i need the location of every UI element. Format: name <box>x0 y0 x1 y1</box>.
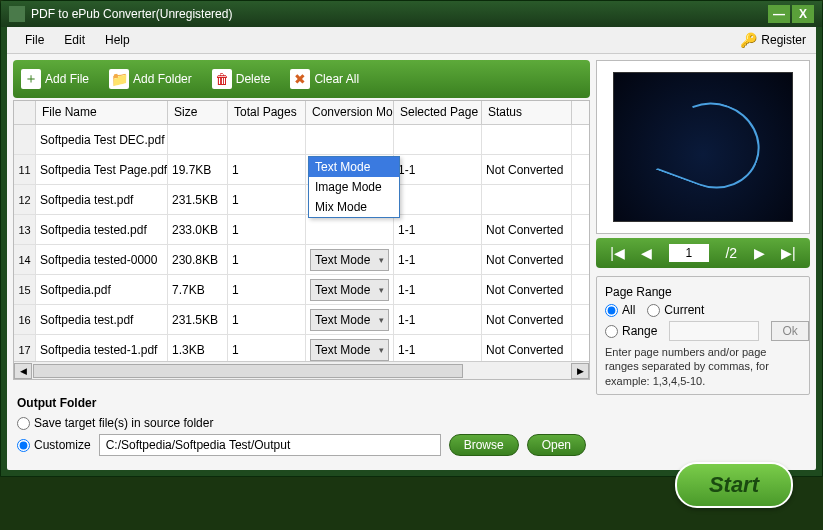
cell-index: 15 <box>14 275 36 304</box>
cell-selpage: 1-1 <box>394 305 482 334</box>
cell-mode: Text Mode▾ <box>306 335 394 364</box>
cell-status <box>482 125 572 154</box>
page-range-legend: Page Range <box>605 285 672 299</box>
horizontal-scrollbar[interactable]: ◀ ▶ <box>14 361 589 379</box>
range-ok-button[interactable]: Ok <box>771 321 808 341</box>
menu-help[interactable]: Help <box>95 31 140 49</box>
cell-size: 1.3KB <box>168 335 228 364</box>
scroll-right-button[interactable]: ▶ <box>571 363 589 379</box>
save-source-radio[interactable] <box>17 417 30 430</box>
cell-pages: 1 <box>228 305 306 334</box>
table-row[interactable]: 14Softpedia tested-0000230.8KB1Text Mode… <box>14 245 589 275</box>
table-row[interactable]: 13Softpedia tested.pdf233.0KB11-1Not Con… <box>14 215 589 245</box>
cell-filename: Softpedia test.pdf <box>36 185 168 214</box>
range-all-option[interactable]: All <box>605 303 635 317</box>
cell-index: 11 <box>14 155 36 184</box>
scroll-thumb[interactable] <box>33 364 463 378</box>
cell-selpage: 1-1 <box>394 155 482 184</box>
menu-file[interactable]: File <box>15 31 54 49</box>
cell-selpage <box>394 125 482 154</box>
prev-page-button[interactable]: ◀ <box>641 245 652 261</box>
col-size[interactable]: Size <box>168 101 228 124</box>
cell-size: 7.7KB <box>168 275 228 304</box>
delete-button[interactable]: 🗑 Delete <box>212 69 271 89</box>
start-button[interactable]: Start <box>675 462 793 508</box>
add-file-icon: ＋ <box>21 69 41 89</box>
cell-status <box>482 185 572 214</box>
cell-selpage: 1-1 <box>394 335 482 364</box>
cell-index <box>14 125 36 154</box>
mode-select[interactable]: Text Mode▾ <box>310 279 389 301</box>
cell-pages: 1 <box>228 245 306 274</box>
delete-icon: 🗑 <box>212 69 232 89</box>
clear-all-button[interactable]: ✖ Clear All <box>290 69 359 89</box>
save-source-label: Save target file(s) in source folder <box>34 416 213 430</box>
range-custom-option[interactable]: Range <box>605 324 657 338</box>
open-button[interactable]: Open <box>527 434 586 456</box>
dropdown-mix-mode[interactable]: Mix Mode <box>309 197 399 217</box>
customize-radio[interactable] <box>17 439 30 452</box>
dropdown-text-mode[interactable]: Text Mode <box>309 157 399 177</box>
mode-select[interactable]: Text Mode▾ <box>310 249 389 271</box>
col-conversion-mode[interactable]: Conversion Mode <box>306 101 394 124</box>
delete-label: Delete <box>236 72 271 86</box>
preview-panel <box>596 60 810 234</box>
dropdown-image-mode[interactable]: Image Mode <box>309 177 399 197</box>
cell-status: Not Converted <box>482 275 572 304</box>
next-page-button[interactable]: ▶ <box>754 245 765 261</box>
minimize-button[interactable]: — <box>768 5 790 23</box>
page-input[interactable] <box>669 244 709 262</box>
preview-image <box>613 72 793 222</box>
add-file-button[interactable]: ＋ Add File <box>21 69 89 89</box>
last-page-button[interactable]: ▶| <box>781 245 796 261</box>
cell-size: 231.5KB <box>168 305 228 334</box>
first-page-button[interactable]: |◀ <box>610 245 625 261</box>
save-source-option[interactable]: Save target file(s) in source folder <box>17 416 213 430</box>
cell-index: 12 <box>14 185 36 214</box>
col-filename[interactable]: File Name <box>36 101 168 124</box>
clear-all-icon: ✖ <box>290 69 310 89</box>
page-total: /2 <box>725 245 737 261</box>
add-folder-button[interactable]: 📁 Add Folder <box>109 69 192 89</box>
range-current-option[interactable]: Current <box>647 303 704 317</box>
key-icon: 🔑 <box>740 32 757 48</box>
col-total-pages[interactable]: Total Pages <box>228 101 306 124</box>
register-label: Register <box>761 33 806 47</box>
table-row[interactable]: 15Softpedia.pdf7.7KB1Text Mode▾1-1Not Co… <box>14 275 589 305</box>
scroll-left-button[interactable]: ◀ <box>14 363 32 379</box>
cell-pages <box>228 125 306 154</box>
browse-button[interactable]: Browse <box>449 434 519 456</box>
col-index[interactable] <box>14 101 36 124</box>
mode-select[interactable]: Text Mode▾ <box>310 309 389 331</box>
register-link[interactable]: 🔑 Register <box>740 32 806 48</box>
range-all-radio[interactable] <box>605 304 618 317</box>
menu-edit[interactable]: Edit <box>54 31 95 49</box>
cell-status: Not Converted <box>482 245 572 274</box>
mode-select[interactable]: Text Mode▾ <box>310 339 389 361</box>
col-selected-page[interactable]: Selected Page <box>394 101 482 124</box>
add-file-label: Add File <box>45 72 89 86</box>
cell-filename: Softpedia test.pdf <box>36 305 168 334</box>
cell-mode: Text Mode▾ <box>306 245 394 274</box>
table-row[interactable]: 11Softpedia Test Page.pdf19.7KB1Text Mod… <box>14 155 589 185</box>
cell-filename: Softpedia tested.pdf <box>36 215 168 244</box>
cell-filename: Softpedia Test DEC.pdf <box>36 125 168 154</box>
col-status[interactable]: Status <box>482 101 572 124</box>
table-row[interactable]: 16Softpedia test.pdf231.5KB1Text Mode▾1-… <box>14 305 589 335</box>
range-custom-radio[interactable] <box>605 325 618 338</box>
app-icon <box>9 6 25 22</box>
cell-status: Not Converted <box>482 155 572 184</box>
mode-dropdown[interactable]: Text Mode Image Mode Mix Mode <box>308 156 400 218</box>
close-button[interactable]: X <box>792 5 814 23</box>
range-input[interactable] <box>669 321 759 341</box>
output-path-input[interactable] <box>99 434 441 456</box>
clear-all-label: Clear All <box>314 72 359 86</box>
range-current-radio[interactable] <box>647 304 660 317</box>
cell-size: 233.0KB <box>168 215 228 244</box>
table-row[interactable]: 12Softpedia test.pdf231.5KB1 <box>14 185 589 215</box>
cell-selpage: 1-1 <box>394 275 482 304</box>
table-row[interactable]: Softpedia Test DEC.pdf <box>14 125 589 155</box>
cell-filename: Softpedia tested-0000 <box>36 245 168 274</box>
cell-size: 231.5KB <box>168 185 228 214</box>
customize-option[interactable]: Customize <box>17 438 91 452</box>
